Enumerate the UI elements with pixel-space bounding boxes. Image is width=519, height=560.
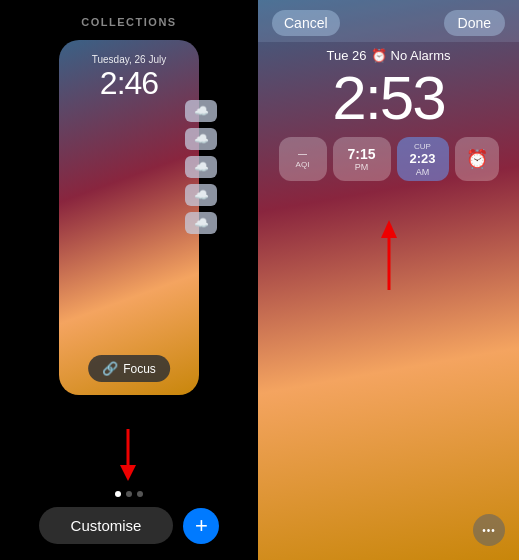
lock-screen-content: Tue 26 ⏰ No Alarms 2:53 — AQI 7:15 PM CU… (258, 42, 519, 187)
widget-cup[interactable]: CUP 2:23 AM (397, 137, 449, 181)
more-button[interactable]: ••• (473, 514, 505, 546)
dot-3 (137, 491, 143, 497)
arrow-right (369, 220, 409, 294)
widget-aqi-value: — (298, 149, 307, 159)
widget-time-sub: PM (355, 162, 369, 172)
svg-marker-1 (120, 465, 136, 481)
cloud-item: ☁️ (185, 212, 217, 234)
widget-aqi[interactable]: — AQI (279, 137, 327, 181)
widget-cup-sub: AM (416, 167, 430, 177)
cloud-item: ☁️ (185, 184, 217, 206)
widgets-row: — AQI 7:15 PM CUP 2:23 AM ⏰ (268, 137, 509, 181)
bottom-actions: Customise + (39, 507, 220, 544)
cancel-button[interactable]: Cancel (272, 10, 340, 36)
cloud-item: ☁️ (185, 128, 217, 150)
wallpaper-main[interactable]: Tuesday, 26 July 2:46 (59, 40, 199, 395)
wallpaper-date: Tuesday, 26 July (69, 54, 189, 65)
dot-2 (126, 491, 132, 497)
widget-alarm[interactable]: ⏰ (455, 137, 499, 181)
alarm-icon: ⏰ (371, 48, 387, 63)
collections-label: COLLECTIONS (0, 16, 258, 28)
add-button[interactable]: + (183, 508, 219, 544)
widget-time-value: 7:15 (347, 146, 375, 163)
focus-badge: 🔗 Focus (88, 355, 170, 382)
widget-aqi-label: AQI (296, 160, 310, 169)
alarm-widget-icon: ⏰ (466, 148, 488, 170)
focus-icon: 🔗 (102, 361, 118, 376)
wallpaper-stack: Tuesday, 26 July 2:46 ☁️ ☁️ ☁️ ☁️ ☁️ 🔗 F… (59, 40, 199, 400)
widget-cup-value: 2:23 (409, 151, 435, 167)
customise-button[interactable]: Customise (39, 507, 174, 544)
cloud-item: ☁️ (185, 156, 217, 178)
time-display: 2:53 (268, 67, 509, 129)
widget-cup-label: CUP (414, 142, 431, 151)
top-bar: Cancel Done (258, 0, 519, 42)
focus-label: Focus (123, 362, 156, 376)
widget-time[interactable]: 7:15 PM (333, 137, 391, 181)
left-panel: COLLECTIONS Tuesday, 26 July 2:46 ☁️ ☁️ … (0, 0, 258, 560)
no-alarms-text: No Alarms (391, 48, 451, 63)
done-button[interactable]: Done (444, 10, 505, 36)
status-date: Tue 26 (327, 48, 367, 63)
right-panel: Cancel Done Tue 26 ⏰ No Alarms 2:53 — AQ… (258, 0, 519, 560)
wallpaper-time: 2:46 (69, 67, 189, 99)
dot-1 (115, 491, 121, 497)
status-bar: Tue 26 ⏰ No Alarms (268, 48, 509, 63)
svg-marker-2 (381, 220, 397, 238)
cloud-strip: ☁️ ☁️ ☁️ ☁️ ☁️ (185, 100, 217, 234)
arrow-left (108, 429, 148, 488)
dot-indicators (115, 491, 143, 497)
cloud-item: ☁️ (185, 100, 217, 122)
